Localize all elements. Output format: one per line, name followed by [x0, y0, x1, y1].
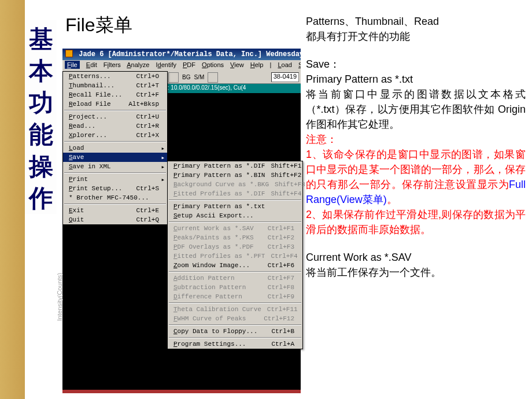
menu-shortcut: Shift+F2 — [271, 172, 301, 179]
menu-item[interactable]: Primary Pattern as *.BINShift+F2 — [168, 171, 302, 180]
menu-item-label: Current Work as *.SAV — [173, 225, 254, 232]
menu-shortcut: Ctrl+F7 — [268, 275, 294, 282]
menu-item: Theta Calibration CurveCtrl+F11 — [168, 305, 302, 314]
menu-separator — [169, 324, 301, 326]
menu-shortcut: Shift+F3 — [275, 181, 305, 188]
rt-cw-para: 将当前工作保存为一个文件。 — [306, 265, 526, 280]
menu-shortcut: Ctrl+B — [271, 328, 294, 335]
menu-item[interactable]: Save in XML▸ — [63, 162, 167, 171]
menu-shortcut: Ctrl+X — [136, 132, 159, 139]
vertical-title: 基 本 功 能 操 作 — [25, 20, 57, 214]
menu-item-label: Primary Pattern as *.txt — [173, 203, 265, 210]
save-submenu: Primary Pattern as *.DIFShift+F1Primary … — [167, 161, 303, 349]
menu-item-label: Addition Pattern — [173, 275, 235, 282]
menu-item[interactable]: Load▸ — [63, 143, 167, 153]
menu-item-label: Patterns... — [69, 73, 111, 80]
menu-item[interactable]: Zoom Window Image...Ctrl+F6 — [168, 261, 302, 270]
menu-item-label: Fitted Profiles as *.DIF — [173, 190, 265, 197]
menu-item[interactable]: Copy Data to Floppy...Ctrl+B — [168, 327, 302, 336]
title-bar[interactable]: Jade 6 [Administrator*/Materials Data, I… — [62, 49, 301, 60]
menu-save[interactable]: S — [298, 61, 301, 68]
menu-item: PDF Overlays as *.PDFCtrl+F3 — [168, 242, 302, 252]
menu-shortcut: Ctrl+F9 — [268, 293, 294, 300]
explanation-text: Patterns、Thumbnail、Read 都具有打开文件的功能 Save：… — [306, 14, 526, 280]
menu-item[interactable]: Primary Pattern as *.txt — [168, 202, 302, 211]
rt-para: 将当前窗口中显示的图谱数据以文本格式（*.txt）保存，以方便用其它作图软件如 … — [306, 87, 526, 132]
menu-load[interactable]: Load — [278, 61, 291, 68]
menu-item-label: Zoom Window Image... — [173, 262, 250, 269]
menu-item: Current Work as *.SAVCtrl+F1 — [168, 224, 302, 233]
menu-item[interactable]: Recall File...Ctrl+F — [63, 90, 167, 99]
menu-shortcut: Ctrl+F12 — [264, 315, 294, 322]
tb-btn[interactable] — [168, 72, 179, 83]
menu-shortcut: Ctrl+F6 — [268, 262, 294, 269]
menu-file[interactable]: File — [65, 61, 80, 69]
menu-shortcut: Shift+F4 — [271, 190, 301, 197]
menu-item: Fitted Profiles as *.PFTCtrl+F4 — [168, 252, 302, 261]
rt-line: Patterns、Thumbnail、Read — [306, 14, 526, 29]
rt-line: 都具有打开文件的功能 — [306, 29, 526, 44]
menu-options[interactable]: Options — [202, 61, 224, 68]
menu-item[interactable]: Project...Ctrl+U — [63, 112, 167, 121]
menu-item-label: Fitted Profiles as *.PFT — [173, 253, 265, 260]
submenu-arrow-icon: ▸ — [161, 163, 165, 171]
menu-separator — [64, 110, 166, 111]
submenu-arrow-icon: ▸ — [161, 145, 165, 152]
menu-item: Fitted Profiles as *.DIFShift+F4 — [168, 189, 302, 198]
vt-char: 本 — [25, 55, 57, 87]
menu-item[interactable]: Print▸ — [63, 175, 167, 184]
vt-char: 操 — [25, 150, 57, 182]
menu-item[interactable]: Reload FileAlt+Bksp — [63, 99, 167, 109]
menu-shortcut: Shift+F1 — [271, 162, 301, 169]
menu-filters[interactable]: Filters — [104, 61, 121, 68]
menu-item[interactable]: * Brother MFC-7450... — [63, 193, 167, 202]
menu-shortcut: Ctrl+S — [136, 185, 159, 192]
menu-item: Addition PatternCtrl+F7 — [168, 274, 302, 283]
menu-pdf[interactable]: PDF — [183, 61, 195, 68]
menu-item-label: Xplorer... — [69, 132, 107, 139]
tb-bg-label[interactable]: BG — [182, 74, 190, 80]
menu-view[interactable]: View — [230, 61, 244, 68]
menu-item[interactable]: Setup Ascii Export... — [168, 211, 302, 220]
menu-shortcut: Ctrl+A — [271, 341, 294, 348]
menu-item: Subtraction PatternCtrl+F8 — [168, 283, 302, 292]
menu-analyze[interactable]: Analyze — [127, 61, 149, 68]
tb-sm-label[interactable]: S/M — [194, 74, 204, 80]
page-title: File菜单 — [65, 13, 132, 38]
menu-item[interactable]: Read...Ctrl+R — [63, 121, 167, 131]
menu-item[interactable]: Print Setup...Ctrl+S — [63, 184, 167, 193]
menu-shortcut: Ctrl+Q — [136, 216, 159, 223]
red-band — [62, 390, 301, 393]
menu-item: FWHM Curve of PeaksCtrl+F12 — [168, 314, 302, 323]
menu-item[interactable]: Program Settings...Ctrl+A — [168, 339, 302, 349]
menu-item-label: Save — [69, 154, 84, 161]
submenu-arrow-icon: ▸ — [161, 154, 165, 161]
menu-item[interactable]: Thumbnail...Ctrl+T — [63, 81, 167, 90]
menu-separator — [64, 172, 166, 173]
menu-identify[interactable]: Identify — [156, 61, 176, 68]
menu-item[interactable]: Xplorer...Ctrl+X — [63, 131, 167, 140]
menu-item-label: Program Settings... — [173, 341, 246, 348]
menu-shortcut: Ctrl+F8 — [268, 284, 294, 291]
menu-item-label: Project... — [69, 113, 107, 120]
menu-item[interactable]: QuitCtrl+Q — [63, 215, 167, 224]
rt-heading: Save： — [306, 57, 526, 72]
menu-item[interactable]: Save▸ — [63, 153, 167, 162]
menu-item-label: Thumbnail... — [69, 82, 114, 89]
menu-help[interactable]: Help — [250, 61, 264, 68]
scan-label: SCAN: 10.0/80.0/0.02/.15(sec), Cu(4 — [149, 84, 301, 93]
menu-item-label: PDF Overlays as *.PDF — [173, 243, 254, 250]
pdf-id-field[interactable]: 38-0419 — [271, 72, 299, 82]
rt-line: Primary Pattern as *.txt — [306, 72, 526, 87]
menu-item-label: Exit — [69, 207, 84, 214]
menu-item-label: Primary Pattern as *.DIF — [173, 162, 265, 169]
menu-item[interactable]: ExitCtrl+E — [63, 206, 167, 215]
menu-shortcut: Ctrl+R — [136, 123, 159, 130]
menu-item-label: Theta Calibration Curve — [173, 306, 261, 313]
menu-shortcut: Ctrl+O — [136, 73, 159, 80]
tb-btn[interactable] — [208, 72, 218, 83]
menu-item[interactable]: Primary Pattern as *.DIFShift+F1 — [168, 161, 302, 171]
rt-note2: 2、如果保存前作过平滑处理,则保存的数据为平滑后的数据而非原始数据。 — [306, 207, 526, 237]
menu-item[interactable]: Patterns...Ctrl+O — [63, 72, 167, 81]
menu-edit[interactable]: Edit — [86, 61, 97, 68]
